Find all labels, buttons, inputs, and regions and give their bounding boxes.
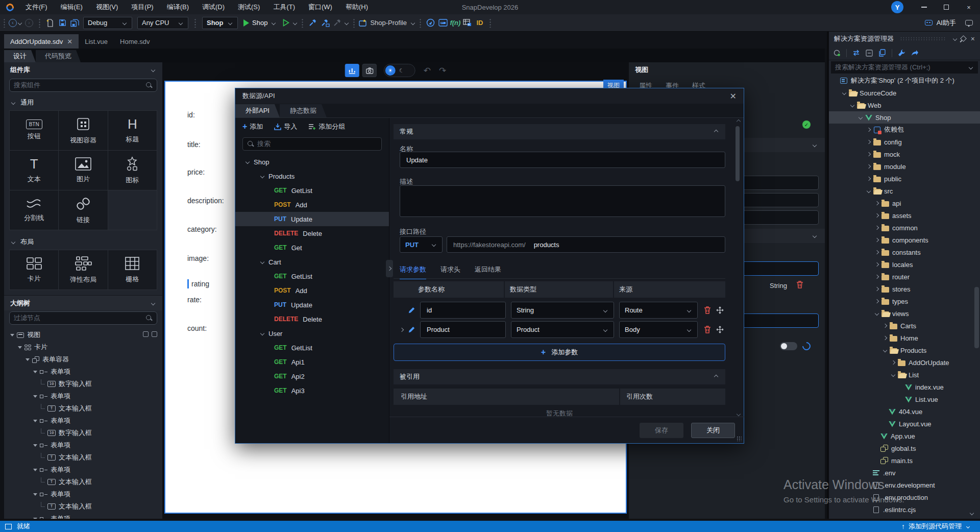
solution-tree-node[interactable]: Shop — [829, 111, 980, 124]
outline-row-actions[interactable] — [143, 331, 157, 337]
param-tab[interactable]: 请求参数 — [400, 265, 426, 279]
theme-toggle[interactable]: ☀ ☾ — [384, 64, 415, 77]
forward-button[interactable]: › — [23, 16, 35, 30]
outline-node[interactable]: 卡片 — [4, 341, 162, 353]
menu-item-3[interactable]: 项目(P) — [125, 3, 160, 11]
outline-filter-input[interactable]: 过滤节点 — [9, 311, 157, 325]
param-source-select[interactable]: Route — [619, 302, 698, 319]
param-type-select[interactable]: Product — [511, 321, 614, 338]
api-tree-node[interactable]: GETGet — [235, 240, 389, 255]
component-card[interactable]: 卡片 — [10, 250, 59, 290]
collapse-chevron-icon[interactable] — [875, 238, 879, 242]
general-section-header[interactable]: 常规 — [394, 124, 725, 139]
solution-tree-node[interactable]: SourceCode — [829, 87, 980, 99]
solution-tree-node[interactable]: index.vue — [829, 381, 980, 393]
collapse-chevron-icon[interactable] — [875, 299, 879, 303]
api-tree-node[interactable]: GETGetList — [235, 269, 389, 283]
undo-button[interactable]: ↶ — [424, 65, 431, 76]
param-name-input[interactable]: id — [420, 302, 506, 319]
add-param-button[interactable]: +添加参数 — [394, 344, 725, 361]
outline-node[interactable]: 表单项 — [4, 464, 162, 476]
toolbar-grip[interactable] — [38, 18, 41, 28]
outline-node[interactable]: 表单容器 — [4, 353, 162, 366]
toolbar-grip[interactable] — [419, 18, 422, 28]
outline-node[interactable]: 表单项 — [4, 415, 162, 427]
form-field[interactable]: image:请输入 — [187, 251, 209, 266]
solution-tree-node[interactable]: List.vue — [829, 393, 980, 405]
solution-tree-node[interactable]: Layout.vue — [829, 418, 980, 430]
solution-tree-node[interactable]: 解决方案'Shop' (2 个项目中的 2 个) — [829, 75, 980, 87]
menu-item-4[interactable]: 编译(B) — [160, 3, 195, 11]
scrollbar-thumb[interactable] — [974, 287, 979, 348]
outline-node[interactable]: 10数字输入框 — [4, 378, 162, 390]
edit-pencil-icon[interactable] — [408, 306, 415, 314]
add-api-button[interactable]: +添加 — [242, 122, 263, 131]
form-field[interactable]: rate:请输入 — [187, 292, 202, 307]
collapse-chevron-icon[interactable] — [875, 250, 879, 254]
avatar[interactable]: Y — [891, 1, 903, 13]
source-control-button[interactable]: ↑ 添加到源代码管理 — [901, 522, 971, 531]
cpu-select[interactable]: Any CPU — [137, 17, 188, 29]
toolbar-grip[interactable] — [3, 18, 6, 28]
feedback-chat-icon[interactable] — [965, 20, 973, 26]
collapse-chevron-icon[interactable] — [891, 360, 895, 365]
properties-wrench-icon[interactable] — [898, 49, 905, 57]
sync-icon[interactable] — [833, 49, 841, 57]
solution-tree-node[interactable]: stores — [829, 283, 980, 295]
component-container[interactable]: 视图容器 — [59, 111, 108, 151]
solution-tree-node[interactable]: .eslintrc.cjs — [829, 503, 980, 516]
api-tree-node[interactable]: GETApi2 — [235, 369, 389, 383]
pin-icon[interactable] — [960, 35, 967, 42]
move-param-icon[interactable] — [716, 326, 724, 335]
project-select[interactable]: Shop — [202, 17, 238, 29]
doc-tab[interactable]: Home.sdv — [114, 34, 156, 49]
menu-item-0[interactable]: 文件(F) — [19, 3, 54, 11]
scrollbar[interactable] — [974, 72, 979, 512]
param-name-input[interactable]: Product — [420, 321, 506, 338]
api-tree-node[interactable]: DELETEDelete — [235, 226, 389, 240]
collapse-chevron-icon[interactable] — [151, 68, 155, 72]
close-dialog-button[interactable]: 关闭 — [691, 423, 735, 438]
solution-tree-node[interactable]: common — [829, 222, 980, 234]
solution-tree-node[interactable]: constants — [829, 246, 980, 258]
expand-chevron-icon[interactable] — [883, 348, 887, 352]
preview-arrow-icon[interactable] — [911, 50, 919, 56]
outline-node[interactable]: 表单项 — [4, 513, 162, 519]
build-options-chevron-icon[interactable] — [345, 20, 349, 25]
solution-search-input[interactable]: 搜索解决方案资源管理器 (Ctrl+;) — [831, 61, 978, 74]
outline-node[interactable]: 表单项 — [4, 390, 162, 402]
solution-tree-node[interactable]: types — [829, 295, 980, 307]
close-tab-icon[interactable]: ✕ — [67, 38, 72, 45]
collapse-chevron-icon[interactable] — [875, 201, 879, 205]
api-tree-node[interactable]: GETGetList — [235, 341, 389, 355]
minimize-button[interactable] — [913, 0, 935, 14]
param-type-select[interactable]: String — [511, 302, 614, 319]
referenced-section-header[interactable]: 被引用 — [394, 369, 725, 384]
debug-globe-button[interactable] — [425, 16, 437, 30]
solution-tree-node[interactable]: main.ts — [829, 454, 980, 467]
form-field[interactable]: title:请输入 — [187, 137, 201, 152]
outline-node[interactable]: 视图 — [4, 329, 162, 341]
solution-tree-node[interactable]: global.ts — [829, 442, 980, 454]
collapse-chevron-icon[interactable] — [875, 226, 879, 230]
solution-tree-node[interactable]: 404.vue — [829, 405, 980, 418]
expand-chevron-icon[interactable] — [850, 103, 854, 107]
param-tab[interactable]: 返回结果 — [475, 265, 501, 279]
expand-chevron-icon[interactable] — [867, 189, 871, 193]
form-field[interactable]: description:请输入 — [187, 193, 224, 208]
data-grid-button[interactable] — [461, 16, 474, 30]
form-field[interactable]: rating — [187, 276, 209, 292]
resize-grip[interactable] — [737, 436, 742, 441]
refresh-arrow-icon[interactable] — [801, 341, 813, 352]
outline-node[interactable]: T文本输入框 — [4, 476, 162, 488]
dial og-close-icon[interactable]: ✕ — [730, 91, 737, 101]
solution-tree-node[interactable]: config — [829, 136, 980, 148]
collapse-all-icon[interactable] — [866, 50, 873, 57]
expand-chevron-icon[interactable] — [875, 311, 879, 316]
solution-tree-node[interactable]: 依赖包 — [829, 124, 980, 136]
switch-views-icon[interactable] — [852, 50, 860, 56]
menu-item-7[interactable]: 工具(T) — [266, 3, 302, 11]
api-tree-node[interactable]: DELETEDelete — [235, 312, 389, 326]
component-divider[interactable]: 分割线 — [10, 190, 59, 230]
save-button[interactable]: 保存 — [640, 423, 683, 438]
